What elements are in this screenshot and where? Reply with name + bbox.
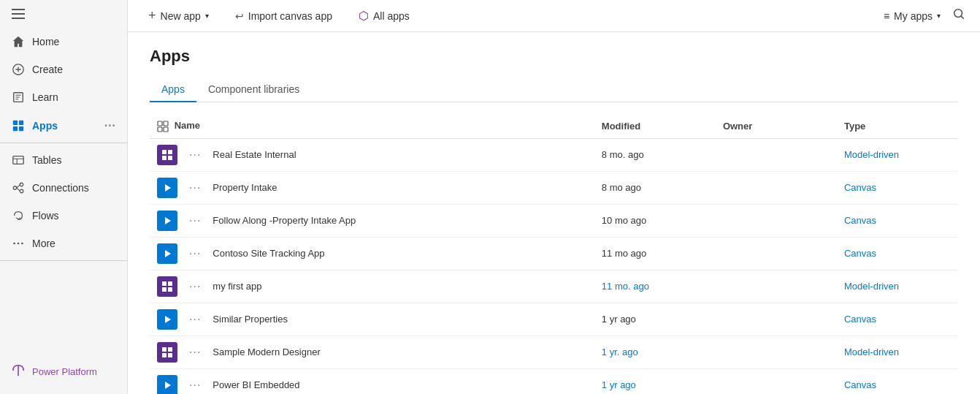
- svg-point-12: [21, 243, 23, 245]
- import-canvas-button[interactable]: ↩ Import canvas app: [229, 7, 338, 25]
- svg-rect-21: [168, 156, 172, 160]
- app-name: Sample Modern Designer: [213, 346, 320, 357]
- sidebar-label-tables: Tables: [32, 154, 115, 166]
- app-owner: [716, 237, 837, 270]
- sidebar-item-tables[interactable]: Tables: [0, 146, 127, 174]
- col-header-name: Name: [150, 114, 594, 138]
- app-type: Model-driven: [837, 270, 958, 303]
- search-button[interactable]: [952, 7, 965, 24]
- app-name-cell: ··· Power BI Embedded: [150, 368, 594, 394]
- sidebar-item-connections[interactable]: Connections: [0, 174, 127, 202]
- more-icon: [12, 237, 25, 250]
- app-owner: [716, 138, 837, 171]
- office-icon: ⬡: [359, 9, 369, 23]
- page-title: Apps: [150, 47, 958, 66]
- flows-icon: [12, 209, 25, 222]
- svg-point-9: [20, 189, 23, 193]
- app-modified: 8 mo ago: [594, 171, 716, 204]
- all-apps-button[interactable]: ⬡ All apps: [353, 6, 416, 26]
- home-icon: [12, 35, 25, 48]
- sidebar-item-power-platform[interactable]: Power Platform: [0, 357, 127, 387]
- apps-table: Name Modified Owner Type ··· Real Estate…: [150, 114, 958, 394]
- app-type: Canvas: [837, 204, 958, 237]
- sidebar-item-create[interactable]: Create: [0, 56, 127, 83]
- app-modified: 1 yr. ago: [594, 336, 716, 368]
- sidebar-divider-2: [0, 260, 127, 261]
- svg-marker-34: [165, 382, 171, 389]
- sidebar-label-apps: Apps: [32, 120, 96, 132]
- svg-rect-31: [168, 347, 172, 352]
- app-icon: [157, 375, 177, 394]
- all-apps-label: All apps: [373, 10, 410, 22]
- topbar: + New app ▾ ↩ Import canvas app ⬡ All ap…: [128, 0, 980, 32]
- app-name: Real Estate Internal: [213, 149, 296, 160]
- row-dots-menu[interactable]: ···: [185, 213, 205, 229]
- app-icon: [157, 309, 177, 330]
- sidebar-item-learn[interactable]: Learn: [0, 83, 127, 111]
- hamburger-menu[interactable]: [12, 9, 25, 19]
- svg-point-7: [13, 186, 17, 190]
- app-owner: [716, 171, 837, 204]
- app-name-cell: ··· my first app: [150, 270, 594, 303]
- svg-rect-30: [162, 347, 166, 352]
- app-name: Power BI Embedded: [213, 379, 299, 390]
- row-dots-menu[interactable]: ···: [185, 344, 205, 360]
- svg-rect-3: [19, 120, 23, 124]
- sidebar-item-more[interactable]: More: [0, 230, 127, 257]
- app-name: Similar Properties: [213, 314, 288, 325]
- sidebar-item-apps[interactable]: Apps ⋯: [0, 111, 127, 140]
- new-app-button[interactable]: + New app ▾: [142, 5, 215, 26]
- create-icon: [12, 63, 25, 76]
- table-row[interactable]: ··· Real Estate Internal 8 mo. ago Model…: [150, 138, 958, 171]
- svg-rect-28: [168, 287, 172, 292]
- app-modified: 1 yr ago: [594, 368, 716, 394]
- app-type: Canvas: [837, 171, 958, 204]
- sidebar-label-flows: Flows: [32, 210, 115, 221]
- tab-apps[interactable]: Apps: [150, 77, 196, 102]
- app-type: Canvas: [837, 237, 958, 270]
- row-dots-menu[interactable]: ···: [185, 180, 205, 196]
- tab-component-libraries[interactable]: Component libraries: [196, 77, 311, 102]
- sidebar: Home Create Learn Apps ⋯ Tables Connecti…: [0, 0, 128, 394]
- sidebar-label-connections: Connections: [32, 182, 115, 194]
- table-row[interactable]: ··· Contoso Site Tracking App 11 mo ago …: [150, 237, 958, 270]
- table-row[interactable]: ··· Similar Properties 1 yr ago Canvas: [150, 303, 958, 336]
- svg-rect-27: [162, 287, 166, 292]
- power-platform-icon: [12, 364, 25, 379]
- svg-rect-5: [19, 126, 23, 130]
- sidebar-item-flows[interactable]: Flows: [0, 202, 127, 230]
- my-apps-button[interactable]: ≡ My apps ▾: [884, 10, 941, 22]
- sidebar-item-home[interactable]: Home: [0, 28, 127, 56]
- app-name: my first app: [213, 281, 261, 292]
- apps-more-dots[interactable]: ⋯: [104, 118, 115, 132]
- col-header-owner: Owner: [716, 114, 837, 138]
- table-row[interactable]: ··· my first app 11 mo. ago Model-driven: [150, 270, 958, 303]
- my-apps-label: My apps: [894, 10, 933, 22]
- list-icon: ≡: [884, 10, 889, 22]
- tables-icon: [12, 154, 25, 167]
- app-name: Contoso Site Tracking App: [213, 248, 324, 259]
- row-dots-menu[interactable]: ···: [185, 246, 205, 262]
- row-dots-menu[interactable]: ···: [185, 311, 205, 327]
- sidebar-header: [0, 0, 127, 28]
- chevron-down-icon: ▾: [205, 12, 209, 20]
- svg-rect-32: [162, 353, 166, 357]
- svg-rect-16: [158, 127, 162, 132]
- svg-rect-33: [168, 353, 172, 357]
- table-row[interactable]: ··· Follow Along -Property Intake App 10…: [150, 204, 958, 237]
- svg-rect-19: [168, 150, 172, 154]
- row-dots-menu[interactable]: ···: [185, 279, 205, 295]
- row-dots-menu[interactable]: ···: [185, 147, 205, 163]
- app-owner: [716, 270, 837, 303]
- app-owner: [716, 204, 837, 237]
- table-row[interactable]: ··· Property Intake 8 mo ago Canvas: [150, 171, 958, 204]
- sidebar-label-learn: Learn: [32, 91, 115, 103]
- app-name-cell: ··· Contoso Site Tracking App: [150, 237, 594, 270]
- table-row[interactable]: ··· Power BI Embedded 1 yr ago Canvas: [150, 368, 958, 394]
- svg-rect-17: [164, 127, 168, 132]
- row-dots-menu[interactable]: ···: [185, 377, 205, 393]
- app-icon: [157, 178, 177, 198]
- table-row[interactable]: ··· Sample Modern Designer 1 yr. ago Mod…: [150, 336, 958, 368]
- svg-rect-2: [13, 120, 18, 124]
- app-modified: 11 mo. ago: [594, 270, 716, 303]
